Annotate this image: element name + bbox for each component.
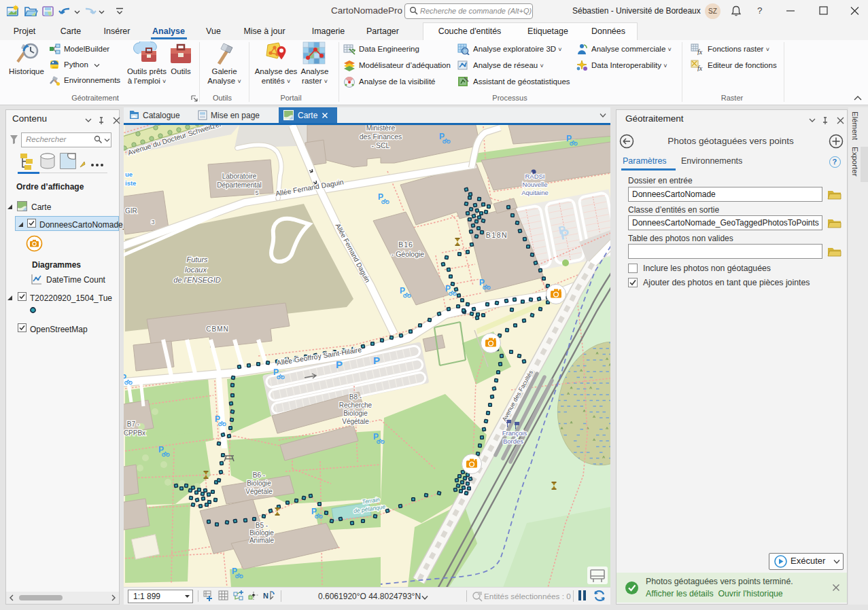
svg-text:B16: B16 (398, 240, 413, 249)
svg-text:P: P (336, 359, 343, 370)
svg-text:B18N: B18N (486, 231, 508, 239)
svg-text:N: N (263, 592, 268, 600)
svg-text:P: P (566, 134, 572, 143)
svg-text:François: François (502, 429, 527, 437)
svg-text:P: P (439, 132, 445, 141)
svg-text:CBMN: CBMN (206, 325, 228, 333)
svg-text:- SCL: - SCL (372, 141, 390, 149)
svg-text:- Géologie: - Géologie (392, 250, 425, 258)
svg-text:P: P (400, 286, 405, 295)
svg-text:P: P (445, 284, 451, 293)
svg-text:Ministère: Ministère (366, 125, 396, 132)
svg-text:fx: fx (697, 48, 703, 55)
svg-text:Biologie: Biologie (247, 480, 271, 487)
svg-text:P: P (373, 355, 380, 366)
svg-text:5: 5 (255, 190, 258, 196)
svg-text:de l'ENSEGID: de l'ENSEGID (173, 276, 220, 284)
svg-text:CPPBx: CPPBx (124, 429, 145, 437)
svg-text:P: P (373, 432, 379, 442)
svg-text:RADSI: RADSI (525, 173, 544, 180)
svg-text:Futurs: Futurs (186, 255, 208, 264)
svg-text:Recherche: Recherche (339, 401, 372, 409)
svg-text:Aquitaine: Aquitaine (521, 189, 549, 196)
svg-text:Nouvelle: Nouvelle (523, 181, 548, 188)
svg-text:locaux: locaux (185, 266, 207, 274)
svg-text:P: P (215, 414, 220, 424)
svg-text:des Finances: des Finances (360, 132, 402, 141)
svg-text:Végétale: Végétale (342, 418, 369, 425)
svg-text:P: P (479, 278, 485, 287)
svg-text:P: P (273, 367, 279, 377)
svg-text:Biologie: Biologie (249, 529, 274, 537)
svg-text:3: 3 (151, 219, 154, 226)
svg-text:P: P (378, 192, 383, 202)
svg-text:Biologie: Biologie (343, 410, 368, 417)
svg-text:fx: fx (697, 65, 703, 71)
svg-text:B5 -: B5 - (256, 522, 268, 529)
svg-text:Laboratoire: Laboratoire (222, 173, 257, 180)
svg-text:P: P (232, 567, 237, 576)
svg-text:B6 -: B6 - (253, 471, 265, 479)
svg-text:B7 -: B7 - (127, 420, 139, 428)
svg-text:P: P (311, 507, 317, 516)
svg-text:Végétale: Végétale (245, 488, 273, 495)
svg-text:ue: ue (125, 171, 133, 178)
svg-text:P: P (158, 445, 164, 454)
svg-text:iste: iste (125, 179, 136, 187)
svg-text:Départemental: Départemental (217, 181, 262, 189)
svg-text:Bordes: Bordes (503, 437, 523, 445)
svg-text:B8 -: B8 - (349, 393, 362, 401)
svg-text:Animale: Animale (249, 537, 275, 544)
svg-text:GIR: GIR (125, 207, 137, 215)
